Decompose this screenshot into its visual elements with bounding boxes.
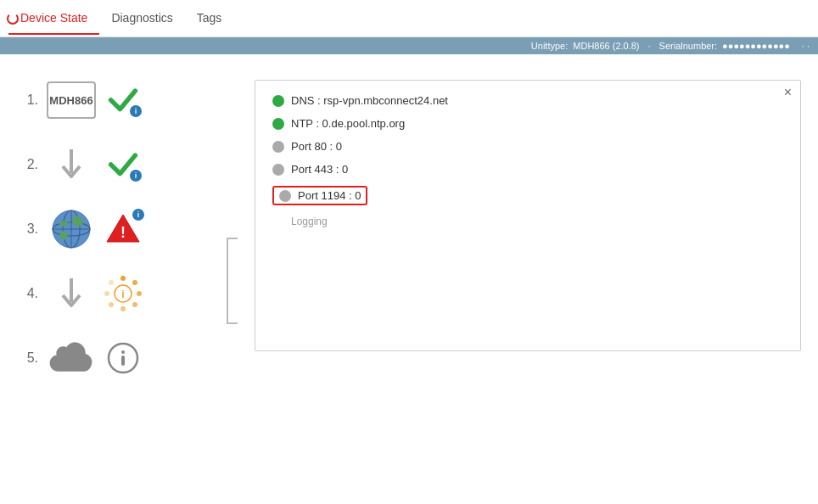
svg-rect-21 bbox=[121, 356, 125, 366]
port443-status-dot bbox=[272, 164, 284, 176]
main-content: 1. MDH866 i 2. bbox=[0, 54, 818, 499]
svg-point-12 bbox=[132, 302, 137, 307]
tab-tags[interactable]: Tags bbox=[185, 3, 234, 35]
port1194-text: Port 1194 : 0 bbox=[298, 189, 361, 202]
step-5-icon bbox=[47, 338, 96, 378]
dns-status-dot bbox=[272, 95, 284, 107]
popup-item-ntp: NTP : 0.de.pool.ntp.org bbox=[272, 117, 783, 130]
svg-text:i: i bbox=[121, 288, 124, 300]
tab-device-state[interactable]: Device State bbox=[8, 3, 99, 35]
step-2-status[interactable]: i bbox=[104, 146, 142, 183]
step-1: 1. MDH866 i bbox=[17, 80, 221, 120]
svg-point-10 bbox=[132, 280, 137, 285]
step-2: 2. i bbox=[17, 144, 221, 185]
logging-label: Logging bbox=[272, 216, 783, 227]
step-3-icon bbox=[47, 209, 96, 249]
step-3-status[interactable]: ! i bbox=[104, 210, 142, 248]
svg-text:!: ! bbox=[120, 224, 126, 241]
svg-point-14 bbox=[109, 302, 114, 307]
unittype-label: Unittype: bbox=[531, 41, 568, 51]
port80-text: Port 80 : 0 bbox=[291, 140, 342, 153]
step-4-number: 4. bbox=[17, 286, 38, 301]
svg-point-20 bbox=[121, 350, 125, 354]
port80-status-dot bbox=[272, 141, 284, 153]
step-5: 5. bbox=[17, 338, 221, 378]
step-4-status[interactable]: i bbox=[104, 275, 142, 312]
loading-spinner bbox=[7, 13, 19, 25]
info-badge-1: i bbox=[130, 105, 142, 117]
separator: · bbox=[648, 41, 651, 51]
tab-diagnostics[interactable]: Diagnostics bbox=[99, 3, 184, 35]
info-badge-2: i bbox=[130, 170, 142, 182]
bracket-connector bbox=[222, 230, 238, 332]
warning-badge: i bbox=[132, 209, 144, 221]
popup-item-dns: DNS : rsp-vpn.mbconnect24.net bbox=[272, 94, 783, 107]
tab-bar: Device State Diagnostics Tags bbox=[0, 0, 818, 37]
unittype-value: MDH866 (2.0.8) bbox=[573, 41, 639, 51]
warning-icon: ! i bbox=[105, 212, 141, 247]
popup-area: × DNS : rsp-vpn.mbconnect24.net NTP : 0.… bbox=[238, 71, 801, 490]
popup-panel: × DNS : rsp-vpn.mbconnect24.net NTP : 0.… bbox=[255, 80, 801, 351]
step-3-number: 3. bbox=[17, 221, 38, 237]
dns-text: DNS : rsp-vpn.mbconnect24.net bbox=[291, 94, 448, 107]
info-circle-icon bbox=[107, 342, 139, 374]
arrow-down-icon-2 bbox=[59, 146, 84, 183]
more-options[interactable]: · · bbox=[802, 41, 810, 51]
ntp-text: NTP : 0.de.pool.ntp.org bbox=[291, 117, 405, 130]
info-bar: Unittype: MDH866 (2.0.8) · Serialnumber:… bbox=[0, 37, 818, 54]
steps-panel: 1. MDH866 i 2. bbox=[17, 63, 221, 490]
step-4: 4. bbox=[17, 273, 221, 314]
svg-point-13 bbox=[120, 306, 126, 311]
svg-point-11 bbox=[137, 291, 142, 296]
step-1-number: 1. bbox=[17, 92, 38, 108]
port443-text: Port 443 : 0 bbox=[291, 163, 348, 176]
ntp-status-dot bbox=[272, 118, 284, 130]
step-2-number: 2. bbox=[17, 157, 38, 172]
device-box: MDH866 bbox=[47, 81, 96, 119]
step-5-status[interactable] bbox=[104, 339, 142, 377]
popup-close-button[interactable]: × bbox=[784, 86, 792, 99]
serial-value: ●●●●●●●●●●●● bbox=[722, 41, 790, 51]
popup-item-port1194: Port 1194 : 0 bbox=[272, 186, 783, 205]
checkmark-icon-2: i bbox=[108, 150, 138, 180]
popup-item-port443: Port 443 : 0 bbox=[272, 163, 783, 176]
step-1-status[interactable]: i bbox=[104, 81, 142, 119]
step-3: 3. ! bbox=[17, 209, 221, 249]
checkmark-icon-1: i bbox=[108, 86, 138, 115]
popup-item-port80: Port 80 : 0 bbox=[272, 140, 783, 153]
cloud-icon bbox=[48, 339, 94, 377]
svg-point-9 bbox=[120, 276, 126, 281]
globe-icon bbox=[50, 208, 92, 250]
dots-loading-icon: i bbox=[104, 275, 142, 312]
step-5-number: 5. bbox=[17, 350, 38, 366]
port1194-status-dot bbox=[279, 190, 291, 202]
port1194-highlighted: Port 1194 : 0 bbox=[272, 186, 367, 205]
serial-label: Serialnumber: bbox=[659, 41, 717, 51]
step-1-icon: MDH866 bbox=[47, 80, 96, 120]
svg-point-16 bbox=[109, 280, 114, 285]
arrow-down-icon-4 bbox=[59, 275, 84, 312]
step-4-icon bbox=[47, 273, 96, 314]
step-2-icon bbox=[47, 144, 96, 185]
svg-point-15 bbox=[104, 291, 109, 296]
